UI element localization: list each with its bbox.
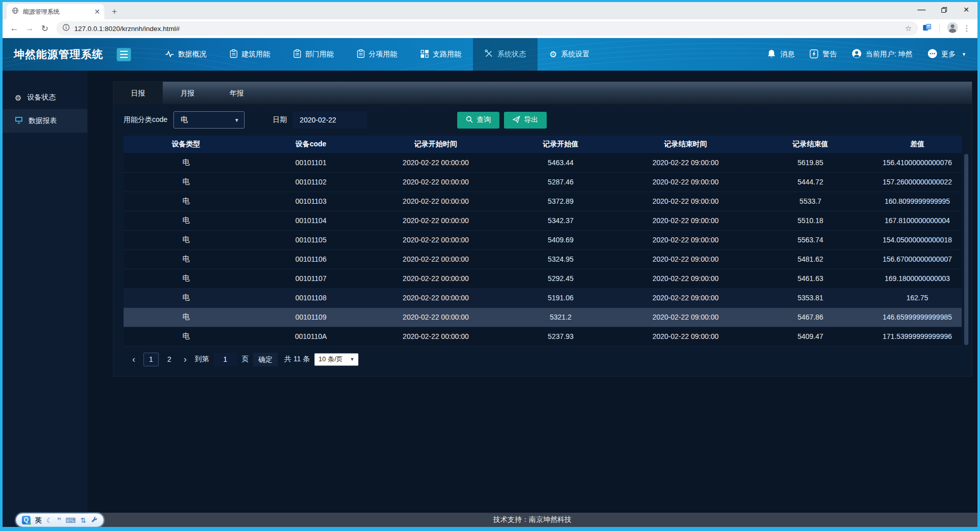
col-start-time: 记录开始时间 — [373, 136, 498, 153]
menu-item-system-settings[interactable]: ⚙ 系统设置 — [538, 38, 601, 71]
clipboard-icon — [293, 49, 301, 59]
reload-icon[interactable]: ↻ — [37, 23, 52, 34]
ime-toolbar[interactable]: Q 英 ☾ ’’ ⌨ ⇅ — [16, 513, 104, 527]
filter-bar: 用能分类code 电 ▼ 日期 查询 — [113, 104, 972, 136]
table-row[interactable]: 电00101109 2020-02-22 00:00:005321.2 2020… — [124, 307, 962, 327]
goto-label: 到第 — [195, 355, 209, 364]
menu-item-system-status[interactable]: 系统状态 — [473, 38, 538, 71]
tab-close-icon[interactable]: ✕ — [94, 8, 100, 15]
bookmark-star-icon[interactable]: ☆ — [905, 24, 912, 33]
messages-button[interactable]: 消息 — [767, 49, 794, 60]
more-label: 更多 — [941, 50, 956, 59]
bell-icon — [767, 49, 776, 60]
app-header: 坤然能源管理系统 数据概况 建筑用能 部门用能 分项用能 — [3, 38, 977, 71]
user-avatar-icon — [852, 49, 862, 60]
sidebar-item-data-report[interactable]: 数据报表 — [3, 109, 87, 133]
menu-item-building-energy[interactable]: 建筑用能 — [218, 38, 282, 71]
date-label: 日期 — [273, 115, 287, 124]
table-row[interactable]: 电00101105 2020-02-22 00:00:005409.69 202… — [124, 230, 962, 249]
ime-keyboard-icon[interactable]: ⌨ — [66, 517, 76, 524]
next-page-icon[interactable]: › — [180, 355, 190, 364]
page-unit-label: 页 — [242, 355, 249, 364]
export-button[interactable]: 导出 — [504, 112, 547, 129]
category-select[interactable]: 电 ▼ — [173, 111, 245, 129]
prev-page-icon[interactable]: ‹ — [129, 355, 139, 364]
ime-logo-icon[interactable]: Q — [22, 516, 31, 524]
menu-label: 部门用能 — [305, 50, 334, 59]
query-button[interactable]: 查询 — [457, 112, 499, 129]
export-label: 导出 — [524, 115, 538, 124]
menu-item-branch-energy[interactable]: 支路用能 — [409, 38, 473, 71]
menu-label: 系统状态 — [497, 50, 526, 59]
confirm-button[interactable]: 确定 — [253, 353, 278, 366]
lightning-icon — [810, 49, 818, 60]
tab-title: 能源管理系统 — [23, 8, 90, 16]
menu-item-subitem-energy[interactable]: 分项用能 — [345, 38, 409, 71]
alerts-button[interactable]: 警告 — [810, 49, 837, 60]
pagination: ‹ 1 2 › 到第 页 确定 共 11 条 10 条/页 ▼ — [113, 353, 972, 366]
col-difference: 差值 — [873, 136, 962, 153]
browser-tab[interactable]: 能源管理系统 ✕ — [7, 4, 104, 19]
page-size-select[interactable]: 10 条/页 ▼ — [314, 353, 359, 366]
table-row[interactable]: 电00101106 2020-02-22 00:00:005324.95 202… — [124, 249, 962, 269]
restore-button[interactable] — [933, 2, 955, 17]
page-button-2[interactable]: 2 — [163, 355, 175, 363]
alerts-label: 警告 — [822, 50, 837, 59]
table-row[interactable]: 电00101102 2020-02-22 00:00:005287.46 202… — [124, 172, 962, 192]
ime-fullwidth-icon[interactable]: ⇅ — [80, 517, 86, 524]
sidebar-item-label: 数据报表 — [28, 116, 57, 126]
extension-icon[interactable] — [922, 22, 932, 35]
goto-page-input[interactable] — [214, 353, 237, 366]
site-info-icon[interactable] — [63, 24, 70, 33]
date-input[interactable] — [292, 111, 367, 129]
footer-text: 技术支持：南京坤然科技 — [493, 515, 572, 524]
footer: 技术支持：南京坤然科技 — [87, 513, 977, 527]
back-icon[interactable]: ← — [7, 23, 22, 34]
profile-avatar[interactable] — [947, 22, 958, 35]
window-frame: 能源管理系统 ✕ + — × ← → ↻ 127.0.0.1:8020/krzn… — [3, 2, 977, 527]
new-tab-button[interactable]: + — [107, 5, 122, 19]
category-value: 电 — [181, 115, 188, 124]
menu-label: 分项用能 — [369, 50, 397, 59]
more-button[interactable]: 更多 ▼ — [928, 49, 966, 60]
table-row[interactable]: 电00101108 2020-02-22 00:00:005191.06 202… — [124, 288, 962, 307]
toolbar-right: ⋮ — [922, 22, 973, 35]
header-right: 消息 警告 当前用户: 坤然 更多 ▼ — [767, 49, 966, 60]
grid-icon — [421, 50, 429, 59]
browser-menu-icon[interactable]: ⋮ — [962, 24, 971, 33]
table-row[interactable]: 电0010110A 2020-02-22 00:00:005237.93 202… — [124, 327, 962, 346]
sidebar-item-device-status[interactable]: ⚙ 设备状态 — [3, 86, 87, 109]
sidebar: ⚙ 设备状态 数据报表 — [3, 71, 87, 527]
app-logo: 坤然能源管理系统 — [14, 47, 103, 61]
ime-wrench-icon[interactable] — [91, 516, 98, 525]
menu-item-department-energy[interactable]: 部门用能 — [282, 38, 345, 71]
ime-punctuation-icon[interactable]: ’’ — [57, 517, 61, 524]
close-button[interactable]: × — [955, 2, 977, 17]
gear-icon: ⚙ — [549, 50, 557, 59]
activity-icon — [165, 50, 174, 59]
collapse-menu-icon[interactable] — [116, 48, 131, 61]
minimize-button[interactable]: — — [910, 2, 933, 17]
forward-icon[interactable]: → — [22, 23, 37, 34]
page-button-1[interactable]: 1 — [143, 353, 159, 366]
current-user[interactable]: 当前用户: 坤然 — [852, 49, 912, 60]
tab-daily[interactable]: 日报 — [113, 82, 163, 104]
table-row[interactable]: 电00101101 2020-02-22 00:00:005463.44 202… — [124, 153, 962, 172]
address-bar[interactable]: 127.0.0.1:8020/krznnh/index.html# ☆ — [56, 21, 918, 36]
tab-yearly[interactable]: 年报 — [212, 82, 261, 104]
table-scrollbar[interactable] — [964, 154, 968, 345]
chevron-down-icon: ▼ — [962, 52, 966, 57]
report-panel: 日报 月报 年报 用能分类code 电 ▼ 日期 — [113, 81, 972, 377]
col-device-type: 设备类型 — [124, 136, 249, 153]
page-size-value: 10 条/页 — [318, 355, 343, 364]
ime-language-toggle[interactable]: 英 — [35, 516, 42, 525]
menu-item-data-overview[interactable]: 数据概况 — [154, 38, 218, 71]
tab-monthly[interactable]: 月报 — [163, 82, 212, 104]
url-text[interactable]: 127.0.0.1:8020/krznnh/index.html# — [74, 25, 901, 33]
table-row[interactable]: 电00101107 2020-02-22 00:00:005292.45 202… — [124, 269, 962, 288]
tools-icon — [485, 49, 493, 59]
table-row[interactable]: 电00101103 2020-02-22 00:00:005372.89 202… — [124, 192, 962, 211]
table-row[interactable]: 电00101104 2020-02-22 00:00:005342.37 202… — [124, 211, 962, 230]
browser-window: 能源管理系统 ✕ + — × ← → ↻ 127.0.0.1:8020/krzn… — [0, 0, 980, 531]
ime-moon-icon[interactable]: ☾ — [46, 517, 53, 524]
